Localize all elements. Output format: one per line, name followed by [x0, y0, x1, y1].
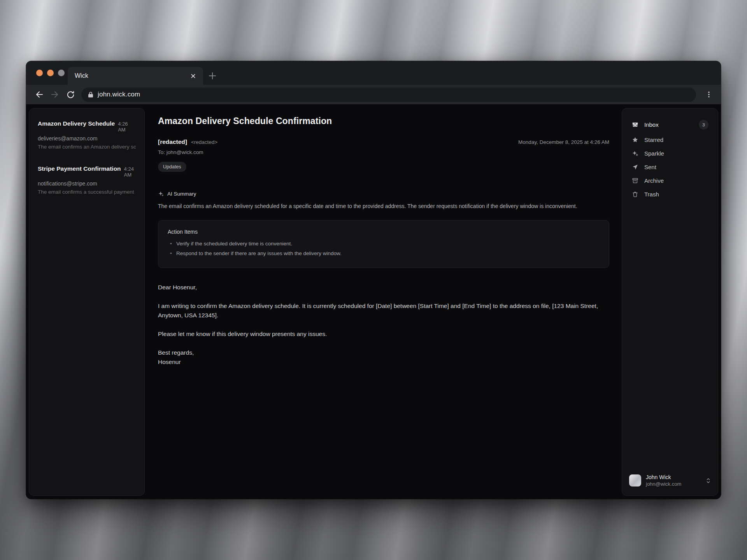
- mail-app: Amazon Delivery Schedule 4:26 AM deliver…: [26, 104, 721, 499]
- sidebar-item-sent[interactable]: Sent: [628, 160, 712, 174]
- browser-window: Wick john.wick.com: [26, 61, 721, 499]
- send-icon: [631, 164, 638, 170]
- email-list-panel: Amazon Delivery Schedule 4:26 AM deliver…: [29, 108, 145, 496]
- sparkle-icon: [631, 150, 638, 157]
- message-recipient: To: john@wick.com: [158, 149, 609, 155]
- trash-icon: [631, 191, 638, 198]
- sidebar-item-label: Sparkle: [644, 150, 664, 157]
- ai-summary-text: The email confirms an Amazon delivery sc…: [158, 202, 609, 210]
- email-preview: The email confirms an Amazon delivery sc…: [38, 144, 136, 150]
- sidebar-item-label: Trash: [644, 191, 659, 198]
- email-list-item[interactable]: Stripe Payment Confirmation 4:24 AM noti…: [35, 161, 139, 199]
- action-items-list: Verify if the scheduled delivery time is…: [168, 239, 600, 259]
- user-name: John Wick: [646, 474, 681, 480]
- email-subject: Stripe Payment Confirmation: [38, 165, 121, 172]
- body-signature: Hosenur: [158, 357, 609, 367]
- new-tab-button[interactable]: [203, 67, 222, 85]
- back-button[interactable]: [32, 87, 47, 102]
- folder-sidebar: Inbox 3 Starred Sparkle Sent: [622, 108, 718, 496]
- archive-icon: [631, 177, 638, 184]
- inbox-icon: [631, 121, 638, 128]
- avatar: [629, 474, 641, 486]
- window-control-minimize[interactable]: [47, 70, 54, 76]
- close-tab-icon[interactable]: [190, 73, 196, 79]
- body-paragraph: Please let me know if this delivery wind…: [158, 329, 609, 339]
- browser-menu-button[interactable]: [702, 87, 715, 102]
- url-text: john.wick.com: [98, 91, 140, 98]
- sidebar-item-archive[interactable]: Archive: [628, 174, 712, 187]
- action-items-title: Action Items: [168, 229, 600, 235]
- forward-button[interactable]: [47, 87, 63, 102]
- sidebar-item-starred[interactable]: Starred: [628, 133, 712, 147]
- email-time: 4:24 AM: [124, 166, 136, 178]
- sidebar-item-sparkle[interactable]: Sparkle: [628, 147, 712, 160]
- sidebar-item-trash[interactable]: Trash: [628, 187, 712, 201]
- sidebar-item-label: Sent: [644, 164, 656, 170]
- sidebar-item-label: Starred: [644, 136, 663, 143]
- email-sender: notifications@stripe.com: [38, 180, 136, 187]
- window-control-close[interactable]: [36, 70, 43, 76]
- message-sender-address: <redacted>: [191, 139, 217, 145]
- email-time: 4:26 AM: [118, 121, 136, 133]
- reading-pane: Amazon Delivery Schedule Confirmation [r…: [145, 108, 622, 496]
- ai-summary-header: AI Summary: [158, 191, 609, 197]
- account-switcher[interactable]: John Wick john@wick.com: [628, 472, 712, 489]
- email-sender: deliveries@amazon.com: [38, 135, 136, 142]
- message-sender-name: [redacted]: [158, 138, 187, 145]
- lock-icon: [88, 91, 93, 98]
- label-chip-updates[interactable]: Updates: [158, 162, 186, 172]
- sidebar-item-label: Archive: [644, 177, 664, 184]
- tab-title: Wick: [75, 72, 190, 79]
- email-list-item[interactable]: Amazon Delivery Schedule 4:26 AM deliver…: [35, 116, 139, 154]
- chevron-up-down-icon: [706, 477, 711, 484]
- ai-summary-title: AI Summary: [167, 191, 196, 197]
- body-paragraph: Best regards,: [158, 348, 609, 357]
- browser-tab[interactable]: Wick: [68, 67, 203, 85]
- body-paragraph: I am writing to confirm the Amazon deliv…: [158, 301, 609, 320]
- body-paragraph: Dear Hosenur,: [158, 283, 609, 292]
- email-preview: The email confirms a successful payment …: [38, 189, 136, 195]
- message-subject: Amazon Delivery Schedule Confirmation: [158, 116, 609, 126]
- inbox-count-badge: 3: [699, 120, 708, 130]
- message-date: Monday, December 8, 2025 at 4:26 AM: [518, 139, 609, 145]
- sidebar-item-inbox[interactable]: Inbox 3: [628, 116, 712, 133]
- window-controls: [36, 70, 65, 76]
- user-email: john@wick.com: [646, 481, 681, 487]
- email-subject: Amazon Delivery Schedule: [38, 120, 115, 127]
- navigation-bar: john.wick.com: [26, 85, 721, 104]
- sparkle-icon: [158, 191, 164, 197]
- reload-button[interactable]: [63, 87, 78, 102]
- message-body: Dear Hosenur, I am writing to confirm th…: [158, 283, 609, 367]
- address-bar[interactable]: john.wick.com: [81, 88, 696, 102]
- star-icon: [631, 136, 638, 143]
- tab-strip: Wick: [26, 61, 721, 85]
- action-items-box: Action Items Verify if the scheduled del…: [158, 220, 609, 268]
- action-item: Verify if the scheduled delivery time is…: [168, 239, 600, 249]
- window-control-maximize[interactable]: [58, 70, 65, 76]
- action-item: Respond to the sender if there are any i…: [168, 249, 600, 259]
- sidebar-item-label: Inbox: [644, 121, 659, 128]
